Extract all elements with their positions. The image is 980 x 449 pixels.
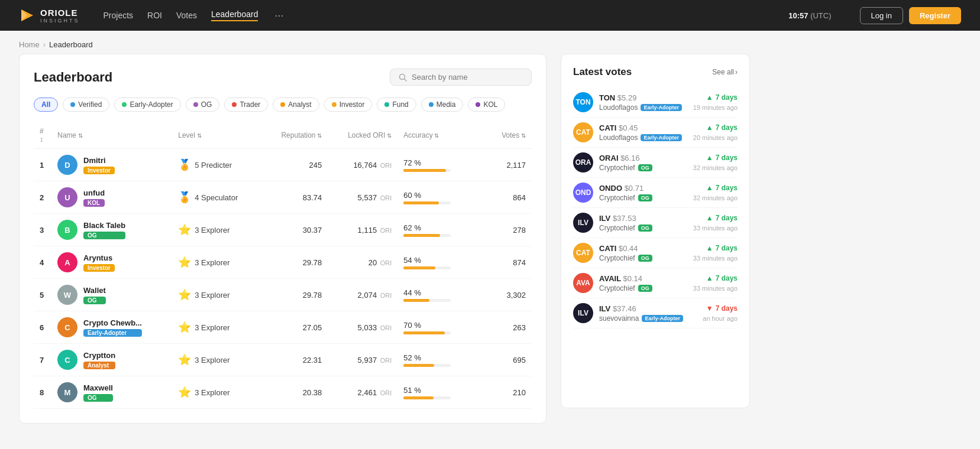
nav-votes[interactable]: Votes <box>176 11 197 20</box>
filter-analyst-label: Analyst <box>288 100 311 109</box>
level-cell: 🏅 4 Speculator <box>172 181 262 214</box>
name-cell: A Aryntus Investor <box>51 246 172 279</box>
vote-time: 19 minutes ago <box>693 104 738 111</box>
filter-kol[interactable]: KOL <box>468 97 505 112</box>
search-input[interactable] <box>412 73 523 82</box>
votes-cell: 864 <box>487 181 532 214</box>
vote-info: CATI $0.45 Loudoflagos Early-Adopter <box>599 123 687 142</box>
vote-right: ▲ 7 days 33 minutes ago <box>693 244 738 262</box>
filter-og[interactable]: OG <box>186 97 220 112</box>
filter-trader[interactable]: Trader <box>224 97 268 112</box>
nav-leaderboard[interactable]: Leaderboard <box>211 9 258 21</box>
vote-item: ORA ORAI $6.16 Cryptochief OG ▲ 7 days 3… <box>573 148 738 178</box>
main-layout: Leaderboard All Verified Early-Adopter <box>0 54 769 443</box>
filter-analyst[interactable]: Analyst <box>273 97 319 112</box>
locked-ori-cell: 5,537 ORI <box>328 181 397 214</box>
up-arrow-icon: ▲ <box>706 214 713 222</box>
vote-user: Cryptochief OG <box>599 194 687 202</box>
filter-investor[interactable]: Investor <box>324 97 373 112</box>
og-dot <box>193 102 198 107</box>
user-name: Maxwell <box>83 383 113 392</box>
table-row: 3 B Black Taleb OG ⭐ 3 Explorer 30.37 1,… <box>34 214 532 246</box>
locked-ori-cell: 1,115 ORI <box>328 214 397 246</box>
nav-projects[interactable]: Projects <box>104 11 134 20</box>
vote-right: ▲ 7 days 33 minutes ago <box>693 214 738 232</box>
level-cell: ⭐ 3 Explorer <box>172 344 262 376</box>
col-name[interactable]: Name <box>51 122 172 149</box>
locked-ori-cell: 16,764 ORI <box>328 149 397 181</box>
level-icon: 🏅 <box>178 191 191 204</box>
level-icon: ⭐ <box>178 321 191 334</box>
login-button[interactable]: Log in <box>860 7 903 24</box>
vote-item: CAT CATI $0.45 Loudoflagos Early-Adopter… <box>573 118 738 148</box>
user-badge: Investor <box>83 264 115 272</box>
col-votes[interactable]: Votes <box>487 122 532 149</box>
vote-item: TON TON $5.29 Loudoflagos Early-Adopter … <box>573 87 738 118</box>
filter-media-label: Media <box>436 100 456 109</box>
vote-right: ▲ 7 days 32 minutes ago <box>693 154 738 171</box>
locked-ori-cell: 20 ORI <box>328 246 397 279</box>
latest-votes-title: Latest votes <box>573 66 632 78</box>
rank-cell: 4 <box>34 246 51 279</box>
register-button[interactable]: Register <box>909 7 961 24</box>
reputation-cell: 83.74 <box>262 181 328 214</box>
filter-fund[interactable]: Fund <box>377 97 416 112</box>
level-icon: ⭐ <box>178 353 191 366</box>
more-options-icon[interactable]: ··· <box>274 9 283 22</box>
search-box[interactable] <box>390 69 532 86</box>
rank-cell: 6 <box>34 311 51 344</box>
user-info: Black Taleb OG <box>83 221 125 239</box>
vote-user-badge: OG <box>638 164 652 171</box>
accuracy-bar-bg <box>403 396 451 399</box>
filter-early-adopter[interactable]: Early-Adopter <box>114 97 180 112</box>
vote-coin-name: ONDO $0.71 <box>599 184 687 193</box>
kol-dot <box>476 102 480 107</box>
leaderboard-title: Leaderboard <box>34 70 112 85</box>
accuracy-bar-bg <box>403 169 451 172</box>
fund-dot <box>384 102 389 107</box>
breadcrumb-home[interactable]: Home <box>19 40 40 49</box>
vote-time: 32 minutes ago <box>693 164 738 171</box>
user-badge: Investor <box>83 167 115 174</box>
logo[interactable]: ORIOLE INSIGHTS <box>19 7 80 24</box>
col-reputation[interactable]: Reputation <box>262 122 328 149</box>
level-label: 3 Explorer <box>195 356 229 365</box>
vote-user: Loudoflagos Early-Adopter <box>599 103 687 112</box>
col-accuracy[interactable]: Accuracy <box>397 122 486 149</box>
vote-user-badge: OG <box>638 224 652 232</box>
trader-dot <box>232 102 237 107</box>
user-name: Black Taleb <box>83 221 125 230</box>
reputation-cell: 20.38 <box>262 376 328 409</box>
votes-cell: 210 <box>487 376 532 409</box>
vote-item: AVA AVAIL $0.14 Cryptochief OG ▲ 7 days … <box>573 268 738 298</box>
rank-cell: 1 <box>34 149 51 181</box>
vote-days-label: 7 days <box>716 214 738 222</box>
vote-coin-name: AVAIL $0.14 <box>599 274 687 283</box>
col-locked-ori[interactable]: Locked ORI <box>328 122 397 149</box>
avatar: C <box>57 350 77 370</box>
user-info: Crypto Chewb... Early-Adopter <box>83 318 142 337</box>
see-all-link[interactable]: See all › <box>712 68 738 76</box>
avatar: C <box>57 317 77 337</box>
accuracy-bar-bg <box>403 299 451 302</box>
nav-roi[interactable]: ROI <box>147 11 162 20</box>
vote-direction: ▲ 7 days <box>706 244 738 252</box>
coin-icon: OND <box>573 183 593 203</box>
reputation-cell: 29.78 <box>262 246 328 279</box>
filter-media[interactable]: Media <box>421 97 464 112</box>
level-icon: 🏅 <box>178 158 191 171</box>
breadcrumb-current: Leaderboard <box>49 40 93 49</box>
name-cell: B Black Taleb OG <box>51 214 172 246</box>
vote-username: Loudoflagos <box>599 134 638 142</box>
col-level[interactable]: Level <box>172 122 262 149</box>
filter-all[interactable]: All <box>34 97 58 112</box>
nav-links: Projects ROI Votes Leaderboard ··· <box>104 9 284 22</box>
filter-verified[interactable]: Verified <box>63 97 109 112</box>
search-icon <box>399 73 407 82</box>
vote-time: 33 minutes ago <box>693 224 738 232</box>
coin-icon: CAT <box>573 122 593 142</box>
breadcrumb: Home › Leaderboard <box>0 31 980 54</box>
rank-cell: 3 <box>34 214 51 246</box>
rank-cell: 2 <box>34 181 51 214</box>
user-badge: OG <box>83 394 113 402</box>
